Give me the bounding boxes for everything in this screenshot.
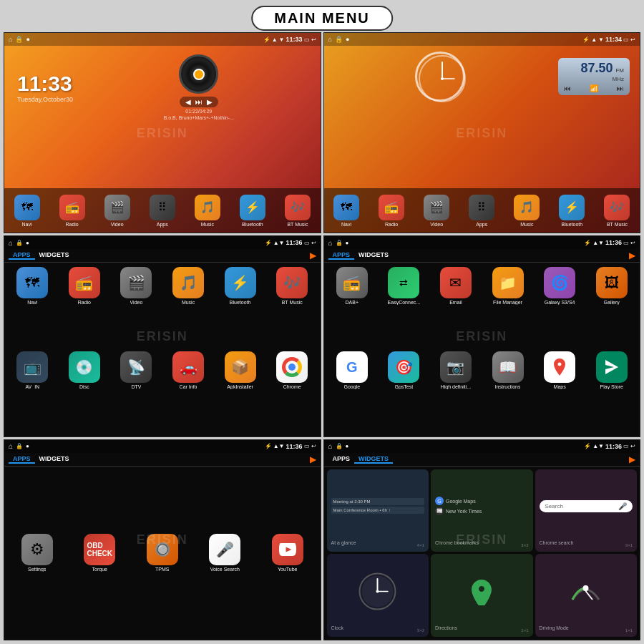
app-avin-g3[interactable]: 📺 AV_IN	[7, 350, 58, 433]
app-video-g3[interactable]: 🎬 Video	[111, 265, 162, 348]
apps-header-3: ⌂ 🔒 ● ⚡ ▲▼ 11:36 ▭ ↩	[4, 236, 321, 249]
radio-icon-2: 📻	[379, 195, 404, 220]
back-btn-1[interactable]: ↩	[311, 36, 316, 43]
music-duration: 01:22/04:29	[185, 109, 212, 114]
widget-title-clock: Clock	[331, 625, 344, 630]
clock-date: Tuesday,October30	[17, 96, 73, 103]
time-2: 11:34	[605, 36, 622, 43]
music-track: B.o.B, Bruno+Mars+-+Nothin-...	[164, 115, 234, 120]
play-store-btn-6[interactable]: ▶	[629, 454, 635, 464]
home-nav-3[interactable]: ⌂	[9, 239, 13, 247]
app-playstore-g4[interactable]: Play Store	[586, 350, 637, 433]
play-store-btn-4[interactable]: ▶	[629, 250, 635, 260]
play-store-btn-3[interactable]: ▶	[310, 250, 316, 260]
bt-icon-2: ⚡	[582, 36, 590, 43]
scr-5: ▭	[304, 443, 310, 449]
video-icon-2: 🎬	[424, 195, 449, 220]
app-apk-g3[interactable]: 📦 ApkInstaller	[215, 350, 265, 433]
back-4[interactable]: ↩	[630, 240, 635, 246]
prev-btn[interactable]: ◀	[185, 98, 191, 106]
app-settings-g5[interactable]: ⚙ Settings	[7, 532, 67, 573]
app-music-2[interactable]: 🎵 Music	[514, 195, 540, 227]
app-gpstest-g4[interactable]: 🎯 GpsTest	[379, 350, 429, 433]
clock-widget: 11:33 Tuesday,October30	[9, 66, 82, 109]
tab-apps-5[interactable]: APPS	[9, 455, 35, 464]
dot-icon-2: ●	[346, 36, 349, 43]
apps-grid-3: 🗺 Navi 📻 Radio 🎬 Video 🎵 Music ⚡ Bluetoo…	[4, 263, 321, 436]
app-email-g4[interactable]: ✉ Email	[431, 265, 482, 348]
app-maps-g4[interactable]: Maps	[535, 350, 585, 433]
play-btn[interactable]: ⏭	[195, 98, 203, 106]
app-gallery-g4[interactable]: 🖼 Gallery	[586, 265, 637, 348]
app-carinfo-g3[interactable]: 🚗 Car Info	[163, 350, 214, 433]
music-icon-2: 🎵	[514, 195, 540, 220]
home-nav-6[interactable]: ⌂	[328, 442, 333, 450]
app-bluetooth-1[interactable]: ⚡ Bluetooth	[240, 195, 265, 227]
tab-apps-6[interactable]: APPS	[328, 455, 355, 462]
app-navi-g3[interactable]: 🗺 Navi	[7, 265, 58, 348]
time-3: 11:36	[286, 239, 302, 246]
back-5[interactable]: ↩	[311, 443, 316, 449]
app-dab-g4[interactable]: 📻 DAB+	[327, 265, 378, 348]
app-instructions-g4[interactable]: 📖 Instructions	[482, 350, 533, 433]
panel-widgets-right: ⌂ 🔒 ● ⚡ ▲▼ 11:36 ▭ ↩ APPS WIDGETS ▶ ERIS…	[323, 439, 641, 640]
app-highdef-g4[interactable]: 📷 High definiti...	[431, 350, 482, 433]
tab-widgets-4[interactable]: WIDGETS	[354, 251, 393, 258]
app-filemanager-g4[interactable]: 📁 File Manager	[482, 265, 533, 348]
app-tpms-g5[interactable]: 🔘 TPMS	[132, 532, 192, 573]
app-disc-g3[interactable]: 💿 Disc	[59, 350, 110, 433]
app-radio-g3[interactable]: 📻 Radio	[59, 265, 110, 348]
app-radio-1[interactable]: 📻 Radio	[59, 195, 85, 227]
tabs-row-3: APPS WIDGETS ▶	[4, 249, 321, 263]
analog-clock	[415, 52, 465, 102]
radio-widget-box: 87.50 FM MHz ⏮ 📶 ⏭	[558, 58, 630, 95]
app-music-g3[interactable]: 🎵 Music	[163, 265, 214, 348]
app-apps-2[interactable]: ⠿ Apps	[469, 195, 494, 227]
back-3[interactable]: ↩	[311, 240, 316, 246]
tab-apps-4[interactable]: APPS	[328, 251, 355, 260]
app-voice-g5[interactable]: 🎤 Voice Search	[195, 532, 255, 573]
back-6[interactable]: ↩	[630, 443, 635, 449]
tab-widgets-6[interactable]: WIDGETS	[354, 455, 393, 464]
screen-icon-2: ▭	[623, 36, 629, 43]
app-btmusic-1[interactable]: 🎶 BT Music	[285, 195, 311, 227]
play-store-btn-5[interactable]: ▶	[310, 454, 316, 464]
tabs-row-5: APPS WIDGETS ▶	[4, 453, 321, 467]
app-torque-g5[interactable]: OBDCHECK Torque	[70, 532, 130, 573]
home-nav-5[interactable]: ⌂	[9, 442, 13, 450]
app-bluetooth-2[interactable]: ⚡ Bluetooth	[559, 195, 585, 227]
app-navi-1[interactable]: 🗺 Navi	[14, 195, 40, 227]
time-4: 11:36	[605, 239, 622, 246]
apps-header-6: ⌂ 🔒 ● ⚡ ▲▼ 11:36 ▭ ↩	[324, 440, 640, 453]
app-navi-2[interactable]: 🗺 Navi	[333, 195, 359, 227]
app-galaxy-g4[interactable]: 🌀 Galaxy S3/S4	[535, 265, 585, 348]
app-bar-2: 🗺 Navi 📻 Radio 🎬 Video ⠿ Apps 🎵 Music ⚡	[324, 188, 640, 233]
app-btmusic-2[interactable]: 🎶 BT Music	[604, 195, 630, 227]
prev-station[interactable]: ⏮	[564, 84, 571, 92]
app-youtube-g5[interactable]: YouTube	[258, 532, 318, 573]
app-btmusic-g3[interactable]: 🎶 BT Music	[267, 265, 318, 348]
apps-header-5: ⌂ 🔒 ● ⚡ ▲▼ 11:36 ▭ ↩	[4, 440, 321, 453]
screen-icon: ▭	[304, 36, 310, 43]
app-dtv-g3[interactable]: 📡 DTV	[111, 350, 162, 433]
app-radio-2[interactable]: 📻 Radio	[379, 195, 404, 227]
home-nav-4[interactable]: ⌂	[328, 239, 333, 247]
app-chrome-g3[interactable]: Chrome	[267, 350, 318, 433]
app-easyconn-g4[interactable]: ⇄ EasyConnec...	[379, 265, 429, 348]
music-widget: ◀ ⏭ ▶ 01:22/04:29 B.o.B, Bruno+Mars+-+No…	[82, 52, 316, 123]
app-google-g4[interactable]: G Google	[327, 350, 378, 433]
app-video-1[interactable]: 🎬 Video	[104, 195, 130, 227]
watermark-2: ERISIN	[456, 125, 507, 140]
next-station[interactable]: ⏭	[617, 84, 624, 92]
app-apps-1[interactable]: ⠿ Apps	[150, 195, 175, 227]
app-bluetooth-g3[interactable]: ⚡ Bluetooth	[215, 265, 265, 348]
panel-apps-left-3: ⌂ 🔒 ● ⚡ ▲▼ 11:36 ▭ ↩ APPS WIDGETS ▶ ERIS…	[4, 439, 321, 640]
tab-widgets-3[interactable]: WIDGETS	[35, 251, 74, 258]
back-btn-2[interactable]: ↩	[630, 36, 635, 43]
tab-widgets-5[interactable]: WIDGETS	[35, 455, 74, 462]
next-btn[interactable]: ▶	[207, 98, 213, 106]
radio-unit: MHz	[564, 76, 624, 82]
app-music-1[interactable]: 🎵 Music	[195, 195, 220, 227]
tab-apps-3[interactable]: APPS	[9, 251, 35, 260]
app-video-2[interactable]: 🎬 Video	[424, 195, 449, 227]
